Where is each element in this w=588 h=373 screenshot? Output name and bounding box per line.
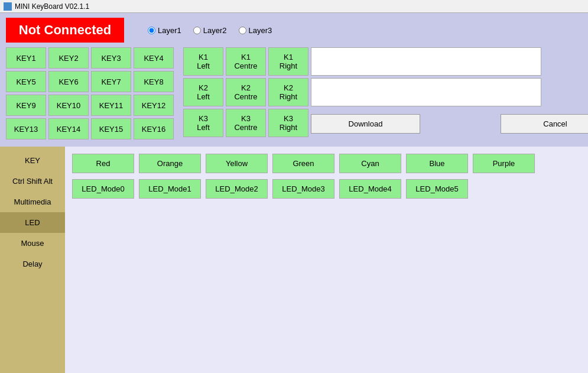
key-btn-key14[interactable]: KEY14 [48,118,89,140]
key-btn-key4[interactable]: KEY4 [134,47,174,69]
layer3-radio[interactable]: Layer3 [239,26,272,35]
keys-grid: KEY1KEY2KEY3KEY4KEY5KEY6KEY7KEY8KEY9KEY1… [6,47,174,140]
k2-left-btn[interactable]: K2Left [183,78,223,106]
key-btn-key9[interactable]: KEY9 [6,95,46,116]
layer1-input[interactable] [148,27,155,34]
layer1-label: Layer1 [158,26,181,35]
sidebar-item-mouse[interactable]: Mouse [0,233,65,254]
sidebar-item-key[interactable]: KEY [0,150,65,171]
layer-radio-group: Layer1 Layer2 Layer3 [148,18,272,35]
sidebar-item-led[interactable]: LED [0,212,65,233]
title-bar: MINI KeyBoard V02.1.1 [0,0,588,13]
k3-centre-btn[interactable]: K3Centre [226,109,266,137]
k2-right-btn[interactable]: K2Right [268,78,308,106]
app-icon [4,2,12,11]
sidebar-item-multimedia[interactable]: Multimedia [0,192,65,212]
led-mode-btn-led_mode1[interactable]: LED_Mode1 [139,179,201,199]
color-btn-cyan[interactable]: Cyan [339,154,401,173]
key-btn-key13[interactable]: KEY13 [6,118,46,140]
sidebar-item-ctrl-shift-alt[interactable]: Ctrl Shift Alt [0,171,65,192]
key-btn-key16[interactable]: KEY16 [134,118,174,140]
k3-row: K3Left K3Centre K3Right Download Cancel [183,109,588,137]
k1-text-input[interactable] [311,47,541,76]
k3-right-btn[interactable]: K3Right [268,109,308,137]
color-row: RedOrangeYellowGreenCyanBluePurple [72,154,581,173]
layer3-input[interactable] [239,27,246,34]
led-mode-btn-led_mode3[interactable]: LED_Mode3 [272,179,334,199]
k2-centre-btn[interactable]: K2Centre [226,78,266,106]
k3-actions: Download Cancel [311,114,588,134]
bottom-section: KEYCtrl Shift AltMultimediaLEDMouseDelay… [0,147,588,373]
color-btn-orange[interactable]: Orange [139,154,201,173]
color-btn-purple[interactable]: Purple [473,154,535,173]
cancel-button[interactable]: Cancel [501,114,588,134]
layer2-label: Layer2 [203,26,227,35]
led-mode-btn-led_mode2[interactable]: LED_Mode2 [206,179,268,199]
top-section: Not Connected Layer1 Layer2 Layer3 [0,13,588,47]
led-mode-btn-led_mode5[interactable]: LED_Mode5 [406,179,468,199]
layer2-radio[interactable]: Layer2 [193,26,227,35]
download-button[interactable]: Download [311,114,420,134]
key-btn-key2[interactable]: KEY2 [48,47,89,69]
k2-row: K2Left K2Centre K2Right [183,78,588,106]
led-mode-row: LED_Mode0LED_Mode1LED_Mode2LED_Mode3LED_… [72,179,581,199]
key-btn-key12[interactable]: KEY12 [134,95,174,116]
k1-right-btn[interactable]: K1Right [268,47,308,76]
sidebar-item-delay[interactable]: Delay [0,254,65,274]
content-area: RedOrangeYellowGreenCyanBluePurple LED_M… [65,147,588,373]
connection-status: Not Connected [6,18,124,43]
key-btn-key3[interactable]: KEY3 [91,47,131,69]
color-btn-blue[interactable]: Blue [406,154,468,173]
k1-centre-btn[interactable]: K1Centre [226,47,266,76]
main-container: Not Connected Layer1 Layer2 Layer3 KEY1K… [0,13,588,373]
key-btn-key5[interactable]: KEY5 [6,71,46,92]
key-btn-key15[interactable]: KEY15 [91,118,131,140]
keys-and-config: KEY1KEY2KEY3KEY4KEY5KEY6KEY7KEY8KEY9KEY1… [0,47,588,144]
layer2-input[interactable] [193,27,201,34]
k3-left-btn[interactable]: K3Left [183,109,223,137]
color-btn-red[interactable]: Red [72,154,134,173]
layer3-label: Layer3 [249,26,272,35]
key-btn-key6[interactable]: KEY6 [48,71,89,92]
k1-left-btn[interactable]: K1Left [183,47,223,76]
k1-row: K1Left K1Centre K1Right [183,47,588,76]
key-btn-key1[interactable]: KEY1 [6,47,46,69]
key-btn-key7[interactable]: KEY7 [91,71,131,92]
key-btn-key8[interactable]: KEY8 [134,71,174,92]
led-mode-btn-led_mode0[interactable]: LED_Mode0 [72,179,134,199]
color-btn-green[interactable]: Green [272,154,334,173]
key-btn-key11[interactable]: KEY11 [91,95,131,116]
app-title: MINI KeyBoard V02.1.1 [15,2,89,11]
layer1-radio[interactable]: Layer1 [148,26,181,35]
k-config-area: K1Left K1Centre K1Right K2Left K2Centre … [183,47,588,140]
key-btn-key10[interactable]: KEY10 [48,95,89,116]
color-btn-yellow[interactable]: Yellow [206,154,268,173]
sidebar: KEYCtrl Shift AltMultimediaLEDMouseDelay [0,147,65,373]
led-mode-btn-led_mode4[interactable]: LED_Mode4 [339,179,401,199]
k2-text-input[interactable] [311,78,541,106]
